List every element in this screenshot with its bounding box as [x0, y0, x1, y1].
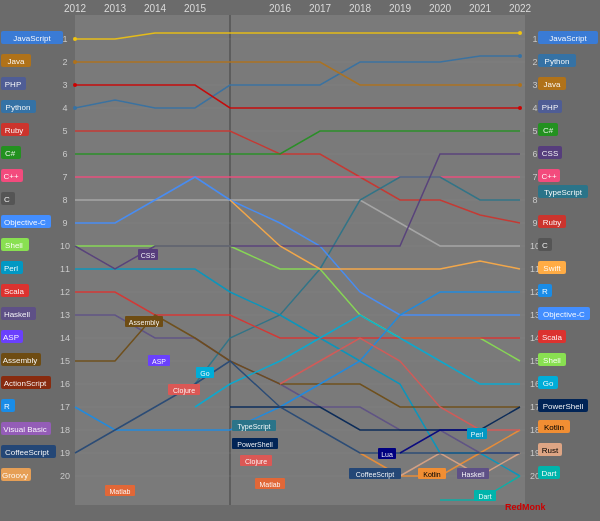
- svg-text:15: 15: [60, 356, 70, 366]
- svg-text:Java: Java: [8, 57, 25, 66]
- svg-text:C: C: [542, 241, 548, 250]
- chart-container: 2012 2013 2014 2015 2016 2017 2018 2019 …: [0, 0, 600, 521]
- svg-text:8: 8: [62, 195, 67, 205]
- svg-text:ASP: ASP: [3, 333, 19, 342]
- svg-point-194: [518, 83, 522, 87]
- svg-text:2021: 2021: [469, 3, 492, 14]
- svg-text:9: 9: [62, 218, 67, 228]
- svg-text:2013: 2013: [104, 3, 127, 14]
- svg-text:11: 11: [60, 264, 70, 274]
- svg-text:Perl: Perl: [4, 264, 18, 273]
- svg-text:Rust: Rust: [542, 446, 559, 455]
- svg-text:Objective-C: Objective-C: [4, 218, 46, 227]
- svg-text:TypeScript: TypeScript: [237, 423, 270, 431]
- svg-text:Haskell: Haskell: [462, 471, 485, 478]
- svg-text:Ruby: Ruby: [543, 218, 562, 227]
- svg-text:Visual Basic: Visual Basic: [3, 425, 46, 434]
- svg-text:C++: C++: [541, 172, 556, 181]
- svg-text:13: 13: [60, 310, 70, 320]
- svg-text:CoffeeScript: CoffeeScript: [5, 448, 50, 457]
- svg-text:2018: 2018: [349, 3, 372, 14]
- svg-text:R: R: [4, 402, 10, 411]
- svg-point-193: [73, 60, 77, 64]
- svg-point-191: [73, 83, 77, 87]
- svg-text:Matlab: Matlab: [109, 488, 130, 495]
- svg-text:PowerShell: PowerShell: [237, 441, 273, 448]
- svg-text:10: 10: [60, 241, 70, 251]
- svg-text:Shell: Shell: [543, 356, 561, 365]
- svg-text:C#: C#: [5, 149, 16, 158]
- svg-text:CSS: CSS: [141, 252, 156, 259]
- svg-text:5: 5: [62, 126, 67, 136]
- ranking-chart: 2012 2013 2014 2015 2016 2017 2018 2019 …: [0, 0, 600, 521]
- svg-text:2020: 2020: [429, 3, 452, 14]
- svg-text:16: 16: [60, 379, 70, 389]
- svg-text:7: 7: [532, 172, 537, 182]
- svg-text:PHP: PHP: [542, 103, 558, 112]
- svg-text:Lua: Lua: [381, 451, 393, 458]
- svg-text:Go: Go: [200, 370, 209, 377]
- svg-text:2016: 2016: [269, 3, 292, 14]
- svg-point-187: [73, 37, 77, 41]
- svg-text:4: 4: [62, 103, 67, 113]
- svg-text:Clojure: Clojure: [173, 387, 195, 395]
- svg-text:1: 1: [532, 34, 537, 44]
- svg-text:TypeScript: TypeScript: [544, 188, 583, 197]
- svg-text:ActionScript: ActionScript: [4, 379, 47, 388]
- svg-text:7: 7: [62, 172, 67, 182]
- svg-text:JavaScript: JavaScript: [13, 34, 51, 43]
- svg-text:C#: C#: [543, 126, 554, 135]
- svg-text:PHP: PHP: [5, 80, 21, 89]
- svg-text:Shell: Shell: [5, 241, 23, 250]
- svg-text:C: C: [4, 195, 10, 204]
- svg-text:6: 6: [532, 149, 537, 159]
- svg-text:2014: 2014: [144, 3, 167, 14]
- svg-text:Groovy: Groovy: [2, 471, 28, 480]
- svg-text:JavaScript: JavaScript: [549, 34, 587, 43]
- svg-text:6: 6: [62, 149, 67, 159]
- svg-text:CoffeeScript: CoffeeScript: [356, 471, 394, 479]
- svg-point-192: [518, 106, 522, 110]
- svg-text:2012: 2012: [64, 3, 87, 14]
- svg-text:3: 3: [532, 80, 537, 90]
- svg-text:Python: Python: [6, 103, 31, 112]
- svg-text:2: 2: [532, 57, 537, 67]
- svg-text:4: 4: [532, 103, 537, 113]
- svg-text:14: 14: [60, 333, 70, 343]
- svg-text:8: 8: [532, 195, 537, 205]
- svg-text:1: 1: [62, 34, 67, 44]
- svg-text:C++: C++: [3, 172, 18, 181]
- svg-text:Dart: Dart: [541, 469, 557, 478]
- svg-text:Go: Go: [543, 379, 554, 388]
- svg-text:9: 9: [532, 218, 537, 228]
- svg-text:20: 20: [60, 471, 70, 481]
- svg-text:Perl: Perl: [471, 431, 484, 438]
- svg-text:19: 19: [60, 448, 70, 458]
- svg-text:Haskell: Haskell: [4, 310, 30, 319]
- svg-text:Kotlin: Kotlin: [544, 423, 564, 432]
- svg-text:R: R: [542, 287, 548, 296]
- svg-text:2019: 2019: [389, 3, 412, 14]
- svg-text:Ruby: Ruby: [5, 126, 24, 135]
- svg-text:Kotlin: Kotlin: [423, 471, 441, 478]
- svg-point-189: [73, 106, 77, 110]
- svg-text:Dart: Dart: [478, 493, 491, 500]
- svg-text:CSS: CSS: [542, 149, 558, 158]
- svg-text:2022: 2022: [509, 3, 532, 14]
- svg-text:Assembly: Assembly: [3, 356, 38, 365]
- svg-text:5: 5: [532, 126, 537, 136]
- svg-text:Matlab: Matlab: [259, 481, 280, 488]
- svg-text:2017: 2017: [309, 3, 332, 14]
- svg-text:PowerShell: PowerShell: [543, 402, 584, 411]
- svg-text:Objective-C: Objective-C: [543, 310, 585, 319]
- svg-text:18: 18: [60, 425, 70, 435]
- svg-text:ASP: ASP: [152, 358, 166, 365]
- svg-point-190: [518, 54, 522, 58]
- svg-text:Scala: Scala: [542, 333, 563, 342]
- svg-text:Clojure: Clojure: [245, 458, 267, 466]
- svg-text:3: 3: [62, 80, 67, 90]
- svg-text:Python: Python: [545, 57, 570, 66]
- svg-text:2015: 2015: [184, 3, 207, 14]
- svg-text:Java: Java: [544, 80, 561, 89]
- svg-text:17: 17: [60, 402, 70, 412]
